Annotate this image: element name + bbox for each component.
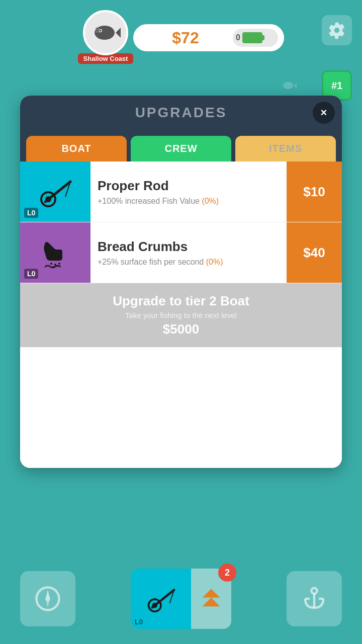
rod-buy-button[interactable]: $10 xyxy=(287,162,342,222)
money-display: $72 xyxy=(143,29,228,47)
rod-desc-prefix: +100% increased Fish Value xyxy=(98,197,202,205)
top-bar: Shallow Coast $72 0 xyxy=(0,10,362,65)
rod-name: Proper Rod xyxy=(98,178,280,194)
double-chevron-up-icon xyxy=(198,586,224,612)
center-nav: L0 2 xyxy=(131,569,231,629)
bread-desc-pct: (0%) xyxy=(206,258,223,266)
svg-point-23 xyxy=(311,588,317,594)
anchor-icon xyxy=(301,585,328,612)
rod-nav-level: L0 xyxy=(135,618,143,626)
rod-nav-button[interactable]: L0 xyxy=(131,569,231,629)
upgrade-icon-rod: L0 xyxy=(20,162,90,222)
rod-nav-svg xyxy=(143,581,178,616)
bottom-nav: L0 2 xyxy=(0,569,362,629)
tier-title: Upgrade to tier 2 Boat xyxy=(30,293,332,309)
upgrade-list: L0 Proper Rod +100% increased Fish Value… xyxy=(20,162,342,283)
svg-point-21 xyxy=(152,603,158,608)
breadcrumbs-icon xyxy=(35,232,75,273)
upgrade-item-rod: L0 Proper Rod +100% increased Fish Value… xyxy=(20,162,342,222)
rod-nav-icon: L0 xyxy=(131,569,191,629)
close-icon: × xyxy=(321,106,327,119)
upgrades-modal: UPGRADES × BOAT CREW ITEMS xyxy=(20,96,342,468)
svg-point-11 xyxy=(54,264,56,266)
location-badge: Shallow Coast xyxy=(78,10,133,65)
svg-marker-1 xyxy=(116,28,121,38)
battery-icon xyxy=(242,32,262,43)
rank-label: #1 xyxy=(331,80,342,92)
tier-upgrade-button[interactable]: Upgrade to tier 2 Boat Take your fishing… xyxy=(20,283,342,347)
modal-title: UPGRADES xyxy=(135,105,227,121)
close-button[interactable]: × xyxy=(313,102,335,124)
settings-button[interactable] xyxy=(322,15,352,45)
rod-icon xyxy=(35,172,75,212)
tab-boat[interactable]: BOAT xyxy=(26,136,127,162)
tab-items[interactable]: ITEMS xyxy=(235,136,336,162)
compass-icon xyxy=(34,585,61,612)
bread-info: Bread Crumbs +25% surface fish per secon… xyxy=(90,222,287,283)
bread-level-badge: L0 xyxy=(24,269,38,279)
modal-content-area xyxy=(20,347,342,468)
compass-button[interactable] xyxy=(20,571,75,626)
svg-point-3 xyxy=(100,30,102,32)
svg-point-10 xyxy=(50,263,52,265)
rod-price-label: $10 xyxy=(303,184,325,200)
rod-info: Proper Rod +100% increased Fish Value (0… xyxy=(90,162,287,222)
svg-point-18 xyxy=(46,597,50,601)
notification-badge: 2 xyxy=(218,564,236,582)
tier-subtitle: Take your fishing to the next level xyxy=(30,311,332,319)
rod-desc-pct: (0%) xyxy=(202,197,219,205)
tab-crew[interactable]: CREW xyxy=(131,136,231,162)
upgrade-item-bread: L0 Bread Crumbs +25% surface fish per se… xyxy=(20,222,342,283)
bread-name: Bread Crumbs xyxy=(98,239,280,255)
bread-price-label: $40 xyxy=(303,245,325,261)
fish-icon xyxy=(90,18,121,48)
modal-header: UPGRADES × xyxy=(20,96,342,130)
upgrade-icon-bread: L0 xyxy=(20,222,90,283)
battery-display: 0 xyxy=(233,29,278,47)
bread-desc-prefix: +25% surface fish per second xyxy=(98,258,206,266)
bread-desc: +25% surface fish per second (0%) xyxy=(98,258,280,267)
tab-crew-label: CREW xyxy=(164,143,197,154)
fish-decoration xyxy=(282,78,297,95)
anchor-button[interactable] xyxy=(287,571,342,626)
tier-price: $5000 xyxy=(30,321,332,337)
bread-buy-button[interactable]: $40 xyxy=(287,222,342,283)
svg-point-4 xyxy=(283,82,293,89)
battery-value: 0 xyxy=(236,33,240,42)
tab-bar: BOAT CREW ITEMS xyxy=(20,130,342,162)
tab-boat-label: BOAT xyxy=(61,143,91,154)
gear-icon xyxy=(328,21,346,39)
svg-point-12 xyxy=(58,263,60,265)
money-bar: $72 0 xyxy=(133,24,284,51)
tab-items-label: ITEMS xyxy=(269,143,302,154)
svg-point-8 xyxy=(45,196,51,202)
svg-marker-5 xyxy=(294,83,297,88)
rod-desc: +100% increased Fish Value (0%) xyxy=(98,197,280,206)
fish-avatar xyxy=(83,10,128,55)
rod-level-badge: L0 xyxy=(24,208,38,218)
notification-count: 2 xyxy=(225,568,230,578)
